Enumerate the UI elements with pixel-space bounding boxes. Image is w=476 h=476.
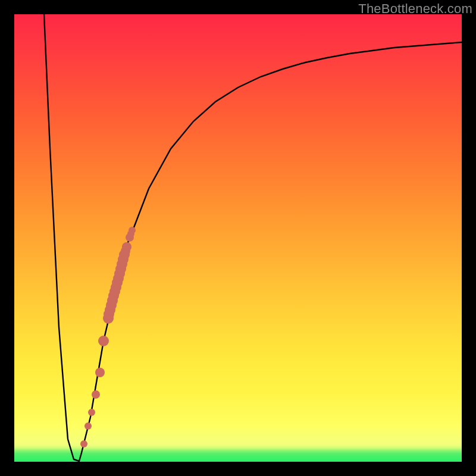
plot-area <box>14 14 462 462</box>
svg-point-5 <box>98 336 109 346</box>
outer-frame: TheBottleneck.com <box>0 0 476 476</box>
marker-group <box>80 227 136 447</box>
svg-point-0 <box>80 440 87 447</box>
svg-point-2 <box>88 409 95 416</box>
svg-point-1 <box>84 422 92 430</box>
svg-point-3 <box>92 390 100 399</box>
svg-point-25 <box>129 227 136 234</box>
watermark-text: TheBottleneck.com <box>358 1 472 17</box>
bottleneck-curve <box>44 14 462 461</box>
svg-point-22 <box>122 242 131 252</box>
svg-point-4 <box>95 368 105 377</box>
chart-svg <box>14 14 462 462</box>
